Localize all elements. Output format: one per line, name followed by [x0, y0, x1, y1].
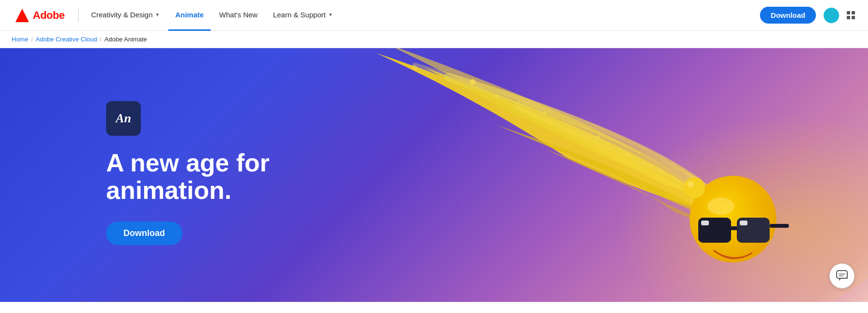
download-button-hero[interactable]: Download	[106, 222, 182, 245]
nav-link-animate[interactable]: Animate	[168, 0, 210, 31]
svg-point-16	[495, 94, 499, 98]
chevron-down-icon: ▼	[155, 12, 160, 17]
adobe-logo-icon	[12, 7, 29, 24]
nav-divider	[78, 9, 79, 22]
breadcrumb-separator-2: /	[100, 36, 101, 43]
svg-point-17	[412, 65, 417, 70]
chat-button[interactable]	[829, 263, 854, 288]
chat-icon	[836, 270, 848, 282]
svg-rect-21	[837, 271, 847, 278]
adobe-logo[interactable]: Adobe	[12, 7, 65, 24]
svg-point-19	[596, 135, 600, 139]
svg-rect-8	[731, 226, 737, 230]
svg-point-15	[470, 79, 475, 85]
breadcrumb: Home / Adobe Creative Cloud / Adobe Anim…	[0, 31, 868, 48]
svg-point-20	[625, 153, 628, 156]
download-button-nav[interactable]: Download	[760, 7, 816, 24]
hero-headline: A new age for animation.	[106, 149, 357, 204]
hero-section: An A new age for animation. Download	[0, 48, 868, 302]
breadcrumb-home[interactable]: Home	[12, 36, 28, 43]
animate-app-icon-label: An	[116, 111, 131, 126]
svg-point-14	[687, 181, 694, 188]
nav-link-creativity-design[interactable]: Creativity & Design ▼	[84, 0, 166, 31]
navbar: Adobe Creativity & Design ▼ Animate What…	[0, 0, 868, 31]
svg-rect-11	[701, 221, 709, 225]
svg-rect-9	[770, 224, 789, 228]
svg-point-4	[707, 197, 734, 215]
apps-grid-icon[interactable]	[847, 11, 856, 19]
hero-illustration	[328, 48, 868, 302]
nav-link-whats-new[interactable]: What's New	[213, 0, 265, 31]
nav-right: Download	[760, 7, 856, 24]
breadcrumb-current: Adobe Animate	[105, 36, 147, 43]
breadcrumb-creative-cloud[interactable]: Adobe Creative Cloud	[36, 36, 97, 43]
avatar[interactable]	[824, 8, 839, 23]
breadcrumb-separator-1: /	[31, 36, 33, 43]
chevron-down-icon-2: ▼	[328, 12, 333, 17]
svg-rect-12	[740, 221, 747, 225]
hero-content: An A new age for animation. Download	[106, 101, 357, 245]
svg-point-13	[684, 177, 705, 198]
svg-marker-0	[15, 9, 29, 22]
animate-app-icon: An	[106, 101, 141, 136]
svg-point-18	[543, 112, 546, 115]
nav-links: Creativity & Design ▼ Animate What's New…	[84, 0, 760, 31]
nav-link-learn-support[interactable]: Learn & Support ▼	[266, 0, 339, 31]
adobe-wordmark: Adobe	[33, 9, 65, 22]
